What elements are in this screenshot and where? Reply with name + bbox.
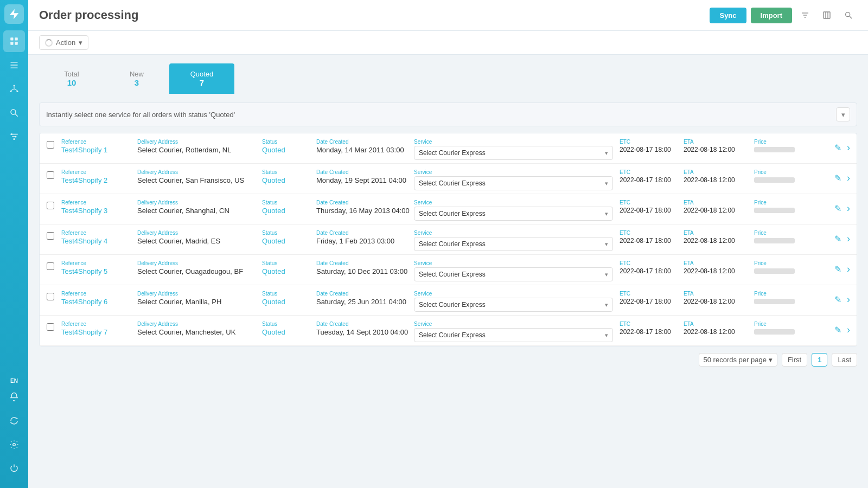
order-eta-5: 2022-08-18 12:00 [684, 298, 754, 305]
content-area: Total 10 New 3 Quoted 7 Instantly select… [28, 55, 868, 488]
date-created-label: Date Created [316, 169, 414, 175]
tab-total[interactable]: Total 10 [39, 63, 104, 94]
edit-icon-0[interactable]: ✎ [834, 143, 841, 153]
arrow-icon-1[interactable]: › [847, 172, 850, 184]
status-label: Status [262, 139, 316, 145]
order-eta-1: 2022-08-18 12:00 [684, 176, 754, 184]
status-label: Status [262, 321, 316, 327]
header-actions: Sync Import [710, 7, 857, 24]
order-date-3: Friday, 1 Feb 2013 03:00 [316, 237, 414, 245]
service-select-2[interactable]: Select Courier Express ▾ [414, 207, 613, 221]
arrow-icon-0[interactable]: › [847, 142, 850, 153]
price-label: Price [754, 230, 830, 236]
order-checkbox-5[interactable] [47, 293, 54, 300]
language-label[interactable]: EN [10, 378, 18, 384]
sidebar: EN [0, 0, 28, 488]
sync-button[interactable]: Sync [710, 8, 746, 23]
etc-label: ETC [620, 291, 684, 297]
order-checkbox-2[interactable] [47, 202, 54, 209]
service-select-5[interactable]: Select Courier Express ▾ [414, 298, 613, 312]
svg-rect-0 [10, 37, 13, 40]
svg-line-12 [14, 89, 17, 91]
quoted-banner-dropdown[interactable]: ▾ [836, 107, 850, 121]
order-date-5: Saturday, 25 Jun 2011 04:00 [316, 298, 414, 306]
filter-icon-button[interactable] [796, 7, 814, 24]
sidebar-item-filters[interactable] [3, 126, 25, 147]
order-reference-1: Test4Shopify 2 [61, 176, 137, 184]
order-date-4: Saturday, 10 Dec 2011 03:00 [316, 267, 414, 275]
sidebar-item-dashboard[interactable] [3, 30, 25, 52]
price-bar-6 [754, 329, 795, 335]
svg-point-20 [14, 138, 15, 140]
arrow-icon-3[interactable]: › [847, 233, 850, 245]
order-delivery-0: Select Courier, Rotterdam, NL [137, 146, 262, 154]
order-block: Reference Test4Shopify 7 Delivery Addres… [40, 316, 857, 346]
sidebar-item-power[interactable] [3, 458, 25, 479]
arrow-icon-6[interactable]: › [847, 324, 850, 336]
order-checkbox-4[interactable] [47, 262, 54, 270]
date-created-label: Date Created [316, 260, 414, 266]
order-checkbox-0[interactable] [47, 141, 54, 149]
tab-new-count: 3 [115, 78, 158, 87]
delivery-label: Delivery Address [137, 139, 262, 145]
arrow-icon-4[interactable]: › [847, 264, 850, 275]
sidebar-item-sync[interactable] [3, 410, 25, 432]
svg-rect-3 [15, 42, 18, 45]
svg-point-7 [14, 85, 15, 87]
tab-new[interactable]: New 3 [104, 63, 169, 94]
sidebar-item-settings[interactable] [3, 434, 25, 455]
order-checkbox-6[interactable] [47, 323, 54, 331]
svg-line-14 [15, 114, 18, 117]
columns-icon-button[interactable] [818, 7, 835, 24]
order-etc-1: 2022-08-17 18:00 [620, 176, 684, 184]
tab-quoted[interactable]: Quoted 7 [169, 63, 234, 94]
edit-icon-5[interactable]: ✎ [834, 294, 841, 305]
order-block: Reference Test4Shopify 3 Delivery Addres… [40, 194, 857, 224]
status-tabs: Total 10 New 3 Quoted 7 [39, 63, 857, 94]
per-page-button[interactable]: 50 records per page ▾ [699, 353, 777, 367]
quoted-banner: Instantly select one service for all ord… [39, 102, 857, 126]
sidebar-item-orders[interactable] [3, 54, 25, 76]
price-bar-2 [754, 208, 795, 213]
svg-rect-4 [10, 62, 18, 63]
service-select-3[interactable]: Select Courier Express ▾ [414, 237, 613, 251]
sidebar-item-hierarchy[interactable] [3, 78, 25, 100]
service-select-1[interactable]: Select Courier Express ▾ [414, 176, 613, 190]
svg-rect-2 [10, 42, 13, 45]
order-etc-3: 2022-08-17 18:00 [620, 237, 684, 245]
date-created-label: Date Created [316, 230, 414, 236]
edit-icon-1[interactable]: ✎ [834, 173, 841, 183]
edit-icon-4[interactable]: ✎ [834, 264, 841, 274]
chevron-down-icon: ▾ [79, 38, 82, 47]
edit-icon-2[interactable]: ✎ [834, 203, 841, 214]
arrow-icon-5[interactable]: › [847, 294, 850, 305]
current-page-number[interactable]: 1 [812, 353, 827, 367]
order-checkbox-1[interactable] [47, 171, 54, 179]
sidebar-item-notifications[interactable] [3, 386, 25, 408]
order-status-5: Quoted [262, 298, 316, 306]
order-checkbox-3[interactable] [47, 232, 54, 240]
order-eta-6: 2022-08-18 12:00 [684, 328, 754, 336]
order-etc-0: 2022-08-17 18:00 [620, 146, 684, 153]
svg-point-18 [11, 133, 12, 135]
price-label: Price [754, 260, 830, 266]
date-created-label: Date Created [316, 291, 414, 297]
first-page-button[interactable]: First [782, 353, 807, 367]
action-dropdown[interactable]: Action ▾ [39, 35, 88, 50]
search-icon-button[interactable] [840, 7, 857, 24]
reference-label: Reference [61, 321, 137, 327]
app-logo[interactable] [4, 4, 24, 24]
service-select-4[interactable]: Select Courier Express ▾ [414, 267, 613, 281]
edit-icon-6[interactable]: ✎ [834, 325, 841, 335]
order-delivery-5: Select Courier, Manilla, PH [137, 298, 262, 306]
svg-point-19 [15, 136, 17, 138]
price-label: Price [754, 200, 830, 206]
service-select-6[interactable]: Select Courier Express ▾ [414, 328, 613, 342]
service-select-0[interactable]: Select Courier Express ▾ [414, 146, 613, 160]
sidebar-item-search[interactable] [3, 102, 25, 124]
last-page-button[interactable]: Last [832, 353, 857, 367]
edit-icon-3[interactable]: ✎ [834, 234, 841, 244]
arrow-icon-2[interactable]: › [847, 203, 850, 214]
import-button[interactable]: Import [751, 8, 792, 23]
tab-quoted-count: 7 [180, 78, 224, 87]
